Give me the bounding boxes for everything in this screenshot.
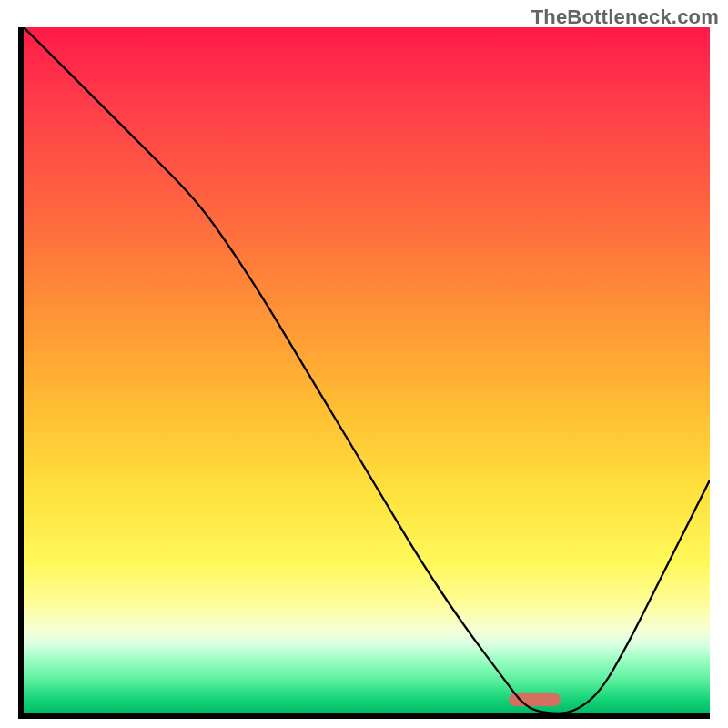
chart-container: TheBottleneck.com <box>0 0 728 728</box>
watermark-text: TheBottleneck.com <box>531 5 719 29</box>
plot-area <box>18 27 710 719</box>
bottleneck-curve <box>24 27 710 713</box>
